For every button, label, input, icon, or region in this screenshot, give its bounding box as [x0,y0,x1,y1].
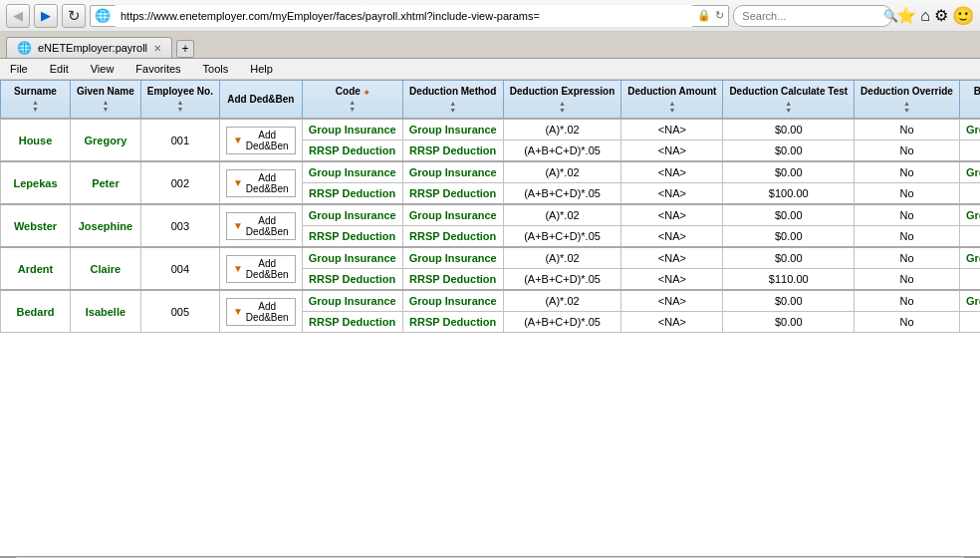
cell-employee-no: 002 [140,161,219,204]
cell-deduction-override: No [855,119,960,140]
surname-link[interactable]: Ardent [18,263,53,275]
cell-code: Group Insurance [302,204,402,226]
cell-employee-no: 001 [140,119,219,161]
lock-icon: 🔒 [697,9,711,22]
col-employee-no[interactable]: Employee No.▲▼ [140,81,219,120]
tab-label: eNETEmployer:payroll [38,42,147,54]
payroll-table: Surname▲▼ Given Name▲▼ Employee No.▲▼ Ad… [0,80,980,333]
surname-link[interactable]: Lepekas [13,177,57,189]
cell-code: RRSP Deduction [302,312,402,333]
col-deduction-expression[interactable]: Deduction Expression▲▼ [503,81,621,120]
active-tab[interactable]: 🌐 eNETEmployer:payroll ✕ [6,37,172,58]
cell-deduction-method: Group Insurance [402,290,503,312]
cell-surname[interactable]: Lepekas [1,161,71,204]
col-deduction-override[interactable]: Deduction Override▲▼ [855,81,960,120]
cell-deduction-amount: <NA> [621,161,723,183]
table-wrapper[interactable]: Surname▲▼ Given Name▲▼ Employee No.▲▼ Ad… [0,80,980,556]
cell-deduction-method: RRSP Deduction [402,183,503,205]
menu-edit[interactable]: Edit [46,61,73,77]
cell-add-ded-ben[interactable]: ▼ AddDed&Ben [219,119,302,161]
cell-deduction-expression: (A+B+C+D)*.05 [503,183,621,205]
cell-add-ded-ben[interactable]: ▼ AddDed&Ben [219,161,302,204]
cell-deduction-override: No [855,183,960,205]
add-ded-ben-button[interactable]: ▼ AddDed&Ben [226,298,296,326]
cell-add-ded-ben[interactable]: ▼ AddDed&Ben [219,204,302,247]
menu-help[interactable]: Help [246,61,277,77]
gear-icon[interactable]: ⚙ [934,6,948,25]
cell-deduction-method: RRSP Deduction [402,140,503,162]
col-deduction-amount[interactable]: Deduction Amount▲▼ [621,81,723,120]
cell-surname[interactable]: House [1,119,71,161]
cell-surname[interactable]: Webster [1,204,71,247]
menu-view[interactable]: View [87,61,119,77]
cell-benefit-method [959,312,980,333]
surname-link[interactable]: Bedard [17,306,55,318]
cell-benefit-method: Group Insurance [959,204,980,226]
menu-favorites[interactable]: Favorites [131,61,184,77]
tab-close-button[interactable]: ✕ [153,43,161,54]
smiley-icon: 🙂 [952,5,974,27]
page-icon: 🌐 [95,8,111,23]
back-button[interactable]: ◀ [6,4,30,28]
cell-surname[interactable]: Ardent [1,247,71,290]
col-given-name[interactable]: Given Name▲▼ [71,81,141,120]
add-ded-ben-button[interactable]: ▼ AddDed&Ben [226,255,296,283]
cell-add-ded-ben[interactable]: ▼ AddDed&Ben [219,290,302,333]
col-surname[interactable]: Surname▲▼ [1,81,71,120]
surname-link[interactable]: Webster [14,220,57,232]
col-deduction-method[interactable]: Deduction Method▲▼ [402,81,503,120]
address-bar[interactable] [115,5,693,27]
cell-deduction-method: Group Insurance [402,247,503,269]
cell-deduction-amount: <NA> [621,204,723,226]
cell-add-ded-ben[interactable]: ▼ AddDed&Ben [219,247,302,290]
cell-deduction-expression: (A+B+C+D)*.05 [503,269,621,291]
cell-code-text: RRSP Deduction [309,144,395,156]
cell-deduction-method-text: RRSP Deduction [409,316,496,328]
cell-benefit-method-text: Group Insurance [966,252,980,264]
new-tab-button[interactable]: + [176,40,194,58]
cell-employee-no: 005 [140,290,219,333]
add-ded-ben-button[interactable]: ▼ AddDed&Ben [226,169,296,197]
add-btn-arrow-icon: ▼ [233,177,243,188]
table-row: HouseGregory001▼ AddDed&BenGroup Insuran… [1,119,981,140]
menu-file[interactable]: File [6,61,32,77]
cell-deduction-method-text: RRSP Deduction [409,144,496,156]
add-btn-arrow-icon: ▼ [233,263,243,274]
cell-deduction-method: Group Insurance [402,119,503,140]
col-deduction-calculate-test[interactable]: Deduction Calculate Test▲▼ [723,81,855,120]
cell-code: RRSP Deduction [302,140,402,162]
cell-deduction-method-text: Group Insurance [409,124,497,136]
cell-surname[interactable]: Bedard [1,290,71,333]
cell-benefit-method [959,140,980,162]
cell-deduction-override: No [855,247,960,269]
cell-deduction-override: No [855,161,960,183]
add-ded-ben-button[interactable]: ▼ AddDed&Ben [226,127,296,154]
given-name-text: Peter [92,177,120,189]
star-icon[interactable]: ⭐ [896,6,916,25]
cell-deduction-expression: (A)*.02 [503,290,621,312]
cell-given-name: Isabelle [71,290,141,333]
table-row: WebsterJosephine003▼ AddDed&BenGroup Ins… [1,204,981,226]
cell-deduction-expression: (A)*.02 [503,247,621,269]
cell-benefit-method-text: Group Insurance [966,295,980,307]
add-ded-ben-button[interactable]: ▼ AddDed&Ben [226,212,296,240]
col-code[interactable]: Code ⬥▲▼ [302,81,402,120]
cell-deduction-amount: <NA> [621,226,723,248]
cell-deduction-calculate-test: $100.00 [723,183,855,205]
cell-deduction-override: No [855,226,960,248]
menu-tools[interactable]: Tools [199,61,233,77]
cell-code-text: RRSP Deduction [309,187,395,199]
surname-link[interactable]: House [19,135,53,146]
cell-deduction-method: Group Insurance [402,204,503,226]
cell-code: Group Insurance [302,119,402,140]
cell-deduction-amount: <NA> [621,183,723,205]
search-input[interactable] [742,10,879,22]
forward-button[interactable]: ▶ [34,4,58,28]
cell-benefit-method: Group Insurance [959,161,980,183]
cell-employee-no: 003 [140,204,219,247]
cell-code-text: Group Insurance [309,252,396,264]
col-benefit-method[interactable]: Benefit Method▲▼ [959,81,980,120]
home-icon[interactable]: ⌂ [920,7,930,25]
cell-deduction-calculate-test: $0.00 [723,247,855,269]
refresh-button[interactable]: ↻ [62,4,86,28]
